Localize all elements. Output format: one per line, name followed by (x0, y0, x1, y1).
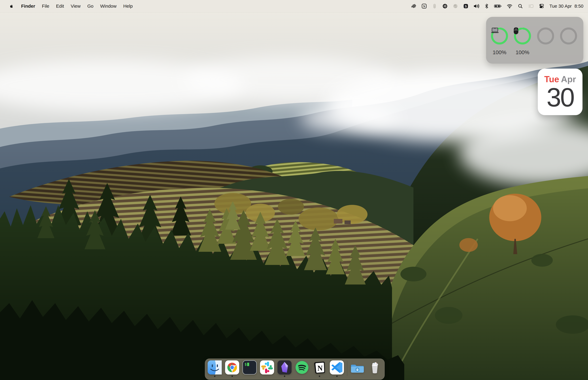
volume-icon[interactable] (471, 0, 482, 12)
running-indicator (214, 376, 215, 377)
running-indicator (319, 376, 320, 377)
running-indicator (231, 376, 233, 377)
calendar-day-number: 30 (538, 82, 583, 112)
menu-item-help[interactable]: Help (120, 0, 136, 12)
dock-item-downloads[interactable] (350, 360, 365, 375)
finder-icon (207, 360, 222, 375)
dock-item-finder[interactable] (207, 360, 222, 377)
svg-text:$: $ (245, 362, 247, 366)
running-indicator (284, 376, 285, 377)
menu-item-window[interactable]: Window (97, 0, 120, 12)
menu-bar-status: N S (409, 0, 588, 12)
menu-item-edit[interactable]: Edit (53, 0, 67, 12)
menu-bar: Finder File Edit View Go Window Help N (0, 0, 588, 12)
battery-ring-mouse (513, 27, 531, 45)
dock-item-notion[interactable]: N (312, 360, 327, 377)
stage-manager-icon[interactable] (526, 0, 536, 12)
apple-icon (9, 4, 14, 8)
chrome-icon (225, 360, 240, 375)
dock-item-vscode[interactable] (329, 360, 344, 377)
dock-item-slack[interactable] (260, 360, 274, 375)
macos-desktop: Finder File Edit View Go Window Help N (0, 0, 588, 380)
dock-divider (347, 361, 347, 376)
dock-item-spotify[interactable] (295, 360, 309, 375)
wifi-icon[interactable] (504, 0, 515, 12)
running-indicator (336, 376, 338, 377)
spotlight-icon[interactable] (515, 0, 526, 12)
notion-menubar-icon[interactable]: N (419, 0, 429, 12)
clock-date: Tue 30 Apr (550, 3, 572, 9)
vscode-icon (329, 360, 344, 375)
globe-icon[interactable] (450, 0, 461, 12)
laptop-icon (491, 27, 509, 45)
clock-time: 8:50 (574, 3, 583, 9)
audio-waveform-icon[interactable] (440, 0, 450, 12)
menu-bar-left: Finder File Edit View Go Window Help (0, 0, 136, 12)
terminal-icon: $ (242, 360, 257, 375)
s-app-icon[interactable]: S (461, 0, 471, 12)
menu-item-view[interactable]: View (67, 0, 84, 12)
bluetooth-icon[interactable] (482, 0, 492, 12)
spotify-icon (295, 360, 309, 375)
battery-ring-empty-1 (536, 27, 555, 45)
downloads-folder-icon (350, 360, 365, 375)
battery-widget[interactable]: 100% 100% (486, 17, 583, 64)
svg-text:S: S (465, 5, 467, 8)
obsidian-icon (277, 360, 292, 375)
battery-ring-empty-2 (560, 27, 578, 45)
dock-item-trash[interactable] (367, 360, 382, 375)
svg-text:N: N (423, 5, 425, 8)
mouse-icon (513, 27, 531, 45)
dock-item-chrome[interactable] (225, 360, 240, 377)
mouse-battery-icon[interactable] (429, 0, 440, 12)
battery-ring-laptop (491, 27, 509, 45)
dock: $ (205, 359, 385, 380)
svg-text:N: N (317, 364, 323, 372)
apple-menu[interactable] (5, 0, 18, 12)
dock-item-obsidian[interactable] (277, 360, 292, 377)
control-center-icon[interactable] (536, 0, 547, 12)
battery-charging-icon[interactable] (492, 0, 504, 12)
laptop-percent-label: 100% (491, 49, 509, 56)
menu-item-go[interactable]: Go (84, 0, 97, 12)
trash-icon (367, 360, 382, 375)
slack-icon (260, 360, 274, 375)
calendar-widget[interactable]: TueApr 30 (538, 69, 583, 115)
dock-item-terminal[interactable]: $ (242, 360, 257, 375)
menu-item-finder[interactable]: Finder (18, 0, 38, 12)
menu-bar-clock[interactable]: Tue 30 Apr 8:50 (547, 3, 583, 9)
notion-icon: N (312, 360, 327, 375)
mouse-percent-label: 100% (513, 49, 531, 56)
menu-item-file[interactable]: File (38, 0, 53, 12)
hatched-brush-icon[interactable] (409, 0, 419, 12)
